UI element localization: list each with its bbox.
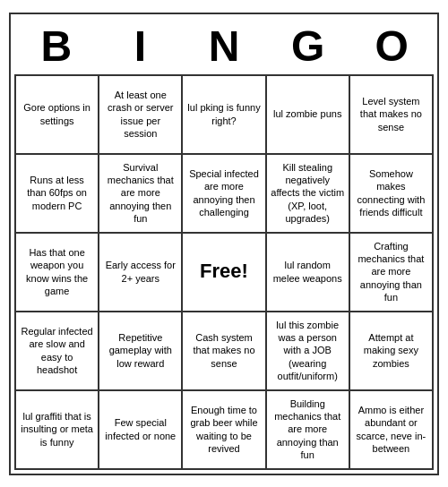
letter-b: B — [17, 21, 96, 71]
bingo-cell-0[interactable]: Gore options in settings — [16, 76, 99, 155]
letter-i: I — [100, 21, 179, 71]
bingo-cell-19[interactable]: Attempt at making sexy zombies — [350, 312, 434, 391]
bingo-cell-4[interactable]: Level system that makes no sense — [350, 76, 434, 155]
bingo-grid: Gore options in settingsAt least one cra… — [14, 74, 434, 470]
bingo-cell-16[interactable]: Repetitive gameplay with low reward — [99, 312, 183, 391]
bingo-cell-17[interactable]: Cash system that makes no sense — [183, 312, 266, 391]
letter-g: G — [269, 21, 348, 71]
bingo-cell-6[interactable]: Survival mechanics that are more annoyin… — [99, 155, 183, 234]
bingo-cell-2[interactable]: lul pking is funny right? — [183, 76, 266, 155]
letter-n: N — [185, 21, 263, 71]
bingo-cell-22[interactable]: Enough time to grab beer while waiting t… — [183, 391, 266, 470]
bingo-cell-13[interactable]: lul random melee weapons — [267, 234, 350, 312]
letter-o: O — [352, 21, 431, 71]
bingo-header: B I N G O — [14, 18, 434, 74]
bingo-cell-1[interactable]: At least one crash or server issue per s… — [99, 76, 183, 155]
bingo-cell-9[interactable]: Somehow makes connecting with friends di… — [350, 155, 434, 234]
bingo-cell-14[interactable]: Crafting mechanics that are more annoyin… — [350, 234, 434, 312]
bingo-cell-12[interactable]: Free! — [183, 234, 266, 312]
bingo-cell-23[interactable]: Building mechanics that are more annoyin… — [267, 391, 350, 470]
bingo-cell-3[interactable]: lul zombie puns — [267, 76, 350, 155]
bingo-cell-21[interactable]: Few special infected or none — [99, 391, 183, 470]
bingo-cell-20[interactable]: lul graffiti that is insulting or meta i… — [16, 391, 99, 470]
bingo-cell-5[interactable]: Runs at less than 60fps on modern PC — [16, 155, 99, 234]
bingo-cell-8[interactable]: Kill stealing negatively affects the vic… — [267, 155, 350, 234]
bingo-cell-7[interactable]: Special infected are more annoying then … — [183, 155, 266, 234]
bingo-cell-24[interactable]: Ammo is either abundant or scarce, neve … — [350, 391, 434, 470]
bingo-cell-15[interactable]: Regular infected are slow and easy to he… — [16, 312, 99, 391]
bingo-card: B I N G O Gore options in settingsAt lea… — [9, 13, 439, 475]
bingo-cell-10[interactable]: Has that one weapon you know wins the ga… — [16, 234, 99, 312]
bingo-cell-18[interactable]: lul this zombie was a person with a JOB … — [267, 312, 350, 391]
bingo-cell-11[interactable]: Early access for 2+ years — [99, 234, 183, 312]
